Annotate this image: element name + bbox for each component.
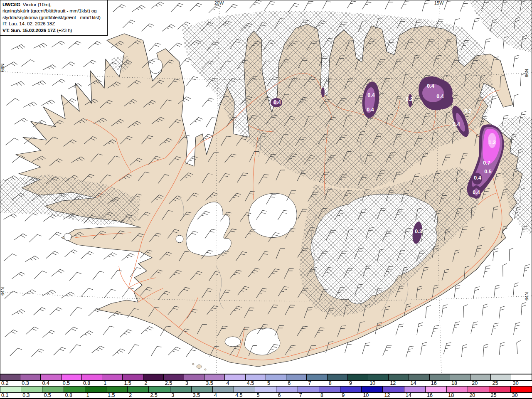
legend-color-segment bbox=[447, 387, 468, 392]
legend-tick-value: 4 bbox=[214, 392, 217, 398]
title-line-2: rigning/skúrir (grænt/blátt/rautt - mm/1… bbox=[2, 8, 105, 14]
precip-max-value: 0.4 bbox=[367, 92, 374, 98]
legend-color-segment bbox=[470, 374, 491, 380]
legend-color-segment bbox=[128, 387, 149, 392]
legend-color-segment bbox=[106, 387, 128, 392]
graticule-label: 64N bbox=[524, 292, 529, 300]
legend-tick-value: 1.5 bbox=[124, 380, 131, 386]
legend-tick-value: 2.5 bbox=[165, 380, 172, 386]
legend-tick-value: 1 bbox=[103, 380, 106, 386]
legend-tick-value: 25 bbox=[493, 380, 498, 386]
legend-tick-value: 2 bbox=[129, 392, 132, 398]
legend-tick-value: 0.2 bbox=[1, 380, 8, 386]
legend-tick-value: 2.5 bbox=[150, 392, 157, 398]
legend-tick-value: 8 bbox=[320, 392, 323, 398]
legend-tick-value: 3.5 bbox=[193, 392, 200, 398]
map-canvas: 0.40.40.40.20.40.40.20.41.20.70.50.40.40… bbox=[0, 0, 532, 374]
precip-max-value: 0.4 bbox=[367, 107, 374, 113]
glacier-drangajokull bbox=[149, 59, 163, 74]
title-line-1: UWC/IG: Vindur (10m), bbox=[2, 2, 105, 8]
legend-color-segment bbox=[468, 387, 489, 392]
legend-color-segment bbox=[362, 387, 383, 392]
legend-color-segment bbox=[430, 374, 450, 380]
legend-tick-value: 4 bbox=[227, 380, 229, 386]
glacier-eiriksjokull bbox=[176, 235, 183, 243]
legend-color-segment bbox=[348, 374, 368, 380]
glacier-eyjafjallajokull bbox=[225, 337, 241, 347]
legend-values-sleet-snow: 0.20.30.40.50.811.522.533.544.5567891012… bbox=[0, 381, 532, 386]
graticule-label: 66N bbox=[0, 64, 5, 72]
graticule-label: 64N bbox=[0, 287, 5, 296]
product-id: UWC/IG bbox=[2, 2, 20, 7]
precip-max-value: 0.4 bbox=[427, 83, 434, 89]
legend-tick-value: 30 bbox=[513, 380, 519, 386]
legend-color-segment bbox=[170, 387, 192, 392]
legend-tick-value: 1.5 bbox=[108, 392, 115, 398]
legend-color-segment bbox=[102, 374, 123, 380]
graticule-label: 20W bbox=[214, 0, 224, 5]
legend-color-segment bbox=[41, 374, 61, 380]
legend-color-segment bbox=[184, 374, 204, 380]
legend-tick-value: 20 bbox=[472, 380, 478, 386]
precip-legend: 0.20.30.40.50.811.522.533.544.5567891012… bbox=[0, 374, 532, 399]
legend-tick-value: 14 bbox=[406, 392, 411, 398]
legend-values-rain: 0.10.30.50.811.522.533.544.5567891012141… bbox=[0, 393, 532, 398]
legend-color-segment bbox=[149, 387, 170, 392]
glacier-snaefellsjokull bbox=[64, 233, 71, 241]
graticule-label: 66N bbox=[524, 69, 529, 77]
legend-colorbar-rain bbox=[0, 386, 532, 393]
legend-tick-value: 0.1 bbox=[1, 392, 8, 398]
precip-max-value: 0.2 bbox=[464, 108, 471, 114]
legend-tick-value: 16 bbox=[427, 392, 433, 398]
legend-tick-value: 3.5 bbox=[206, 380, 213, 386]
legend-tick-value: 0.3 bbox=[22, 392, 30, 398]
legend-color-segment bbox=[286, 374, 307, 380]
legend-color-segment bbox=[62, 374, 82, 380]
legend-color-segment bbox=[21, 387, 42, 392]
iceland-wind-precip-map: 0.40.40.40.20.40.40.20.41.20.70.50.40.40… bbox=[0, 0, 532, 374]
legend-tick-value: 0.8 bbox=[83, 380, 90, 386]
legend-tick-value: 9 bbox=[342, 392, 345, 398]
legend-color-segment bbox=[213, 387, 234, 392]
legend-colorbar-sleet-snow bbox=[0, 374, 532, 381]
legend-tick-value: 0.8 bbox=[65, 392, 72, 398]
legend-color-segment bbox=[307, 374, 327, 380]
precip-max-value: 0.4 bbox=[474, 175, 481, 181]
legend-tick-value: 10 bbox=[363, 392, 369, 398]
precip-max-value: 0.2 bbox=[406, 96, 413, 102]
legend-tick-value: 4.5 bbox=[247, 380, 254, 386]
legend-tick-value: 4.5 bbox=[235, 392, 242, 398]
legend-color-segment bbox=[368, 374, 389, 380]
legend-color-segment bbox=[426, 387, 447, 392]
legend-color-segment bbox=[319, 387, 340, 392]
init-time: IT: Lau. 14. 02. 2026 18Z bbox=[2, 21, 105, 27]
legend-color-segment bbox=[0, 374, 20, 380]
legend-tick-value: 5 bbox=[256, 392, 259, 398]
legend-color-segment bbox=[404, 387, 426, 392]
legend-tick-value: 2 bbox=[145, 380, 148, 386]
legend-tick-value: 3 bbox=[172, 392, 175, 398]
legend-tick-value: 0.5 bbox=[63, 380, 70, 386]
legend-color-segment bbox=[42, 387, 64, 392]
legend-tick-value: 0.5 bbox=[44, 392, 51, 398]
legend-color-segment bbox=[82, 374, 102, 380]
title-line-3: slydda/snjókoma (grátt/bleikt/grænt - mm… bbox=[2, 15, 105, 21]
legend-color-segment bbox=[234, 387, 255, 392]
legend-tick-value: 9 bbox=[349, 380, 352, 386]
legend-color-segment bbox=[164, 374, 184, 380]
legend-tick-value: 14 bbox=[411, 380, 416, 386]
legend-tick-value: 12 bbox=[384, 392, 390, 398]
legend-color-segment bbox=[276, 387, 298, 392]
weather-map-page: 0.40.40.40.20.40.40.20.41.20.70.50.40.40… bbox=[0, 0, 532, 399]
legend-tick-value: 25 bbox=[491, 392, 497, 398]
legend-color-segment bbox=[511, 387, 532, 392]
legend-color-segment bbox=[328, 374, 348, 380]
legend-color-segment bbox=[409, 374, 429, 380]
legend-color-segment bbox=[298, 387, 319, 392]
legend-color-segment bbox=[20, 374, 41, 380]
legend-color-segment bbox=[64, 387, 85, 392]
legend-color-segment bbox=[204, 374, 225, 380]
legend-tick-value: 1 bbox=[86, 392, 89, 398]
glacier-myrdalsjokull bbox=[245, 328, 280, 355]
legend-color-segment bbox=[0, 387, 21, 392]
